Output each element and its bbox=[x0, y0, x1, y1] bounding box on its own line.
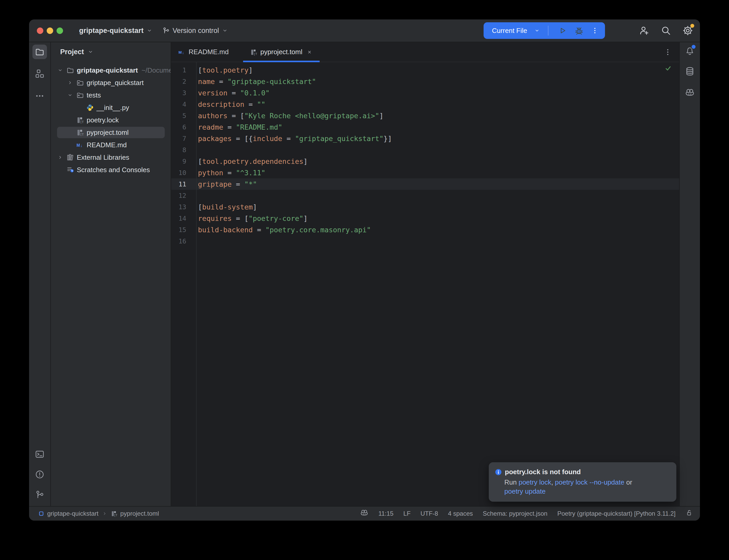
code-line-1[interactable]: 1[tool.poetry] bbox=[171, 64, 679, 76]
status-utf-8[interactable]: UTF-8 bbox=[421, 510, 438, 517]
tree-item-griptape-quickstart[interactable]: griptape_quickstart bbox=[51, 76, 171, 89]
code-editor[interactable]: 1[tool.poetry]2name = "griptape-quicksta… bbox=[171, 62, 679, 506]
link-poetry-update[interactable]: poetry update bbox=[504, 487, 546, 495]
code-line-6[interactable]: 6readme = "README.md" bbox=[171, 121, 679, 133]
tree-item-readme-md[interactable]: M↓README.md bbox=[51, 139, 171, 151]
zoom-window-button[interactable] bbox=[57, 27, 63, 34]
svg-text:M: M bbox=[76, 143, 80, 148]
code-line-3[interactable]: 3version = "0.1.0" bbox=[171, 87, 679, 99]
tree-item-pyproject-toml[interactable]: [T]pyproject.toml bbox=[51, 126, 171, 139]
tree-item-griptape-quickstart[interactable]: griptape-quickstart~/Docume bbox=[51, 64, 171, 76]
inspections-ok-icon[interactable] bbox=[664, 64, 672, 72]
vcs-selector[interactable]: Version control bbox=[162, 27, 228, 35]
status-poetry-griptape-quickstart-python-3-11-2[interactable]: Poetry (griptape-quickstart) [Python 3.1… bbox=[557, 510, 676, 517]
tab-readme-md[interactable]: M↓README.md bbox=[171, 42, 236, 62]
database-tool-button[interactable] bbox=[683, 64, 697, 79]
more-actions-icon[interactable] bbox=[591, 27, 599, 34]
svg-text:[T]: [T] bbox=[114, 514, 117, 517]
notification-balloon[interactable]: poetry.lock is not found Run poetry lock… bbox=[489, 462, 676, 502]
search-button[interactable] bbox=[661, 25, 671, 36]
debug-icon[interactable] bbox=[574, 26, 584, 35]
code-line-14[interactable]: 14requires = ["poetry-core"] bbox=[171, 213, 679, 224]
breadcrumb-label: pyproject.toml bbox=[120, 510, 159, 517]
ai-assistant-tool-button[interactable] bbox=[683, 85, 697, 100]
tree-item-path: ~/Docume bbox=[142, 66, 171, 74]
terminal-tool-button[interactable] bbox=[32, 447, 47, 461]
notifications-bell-tool-button[interactable] bbox=[683, 44, 697, 58]
code-line-2[interactable]: 2name = "griptape-quickstart" bbox=[171, 76, 679, 87]
code-text: python = "^3.11" bbox=[196, 169, 265, 177]
run-icon[interactable] bbox=[558, 26, 567, 35]
close-window-button[interactable] bbox=[37, 27, 43, 34]
breadcrumb-label: griptape-quickstart bbox=[47, 510, 98, 517]
run-configuration-widget[interactable]: Current File bbox=[484, 22, 605, 39]
breadcrumb-griptape-quickstart[interactable]: griptape-quickstart bbox=[38, 510, 98, 517]
code-line-7[interactable]: 7packages = [{include = "griptape_quicks… bbox=[171, 133, 679, 144]
line-number: 11 bbox=[171, 180, 196, 188]
editor-options-icon[interactable] bbox=[664, 48, 672, 56]
link-poetry-lock-no-update[interactable]: poetry lock --no-update bbox=[555, 478, 624, 486]
project-selector[interactable]: griptape-quickstart bbox=[79, 27, 153, 35]
link-poetry-lock[interactable]: poetry lock bbox=[519, 478, 551, 486]
minimize-window-button[interactable] bbox=[47, 27, 53, 34]
tree-item-label: poetry.lock bbox=[87, 116, 119, 124]
unlock-status-icon[interactable] bbox=[685, 509, 693, 518]
breadcrumb-pyproject-toml[interactable]: [T]pyproject.toml bbox=[111, 510, 159, 517]
tree-item-external-libraries[interactable]: External Libraries bbox=[51, 151, 171, 164]
status-4-spaces[interactable]: 4 spaces bbox=[448, 510, 473, 517]
code-line-10[interactable]: 10python = "^3.11" bbox=[171, 167, 679, 178]
badge-dot bbox=[690, 24, 694, 28]
code-line-11[interactable]: 11griptape = "*" bbox=[171, 178, 679, 190]
problems-icon bbox=[35, 470, 45, 479]
code-line-12[interactable]: 12 bbox=[171, 190, 679, 201]
code-line-15[interactable]: 15build-backend = "poetry.core.masonry.a… bbox=[171, 224, 679, 235]
chevron-down-icon[interactable] bbox=[57, 67, 66, 73]
chevron-down-icon[interactable] bbox=[534, 27, 540, 34]
status-schema-pyproject-json[interactable]: Schema: pyproject.json bbox=[483, 510, 547, 517]
button-divider bbox=[548, 26, 549, 36]
close-icon[interactable] bbox=[306, 49, 312, 55]
ai-assistant-status-icon[interactable] bbox=[360, 509, 369, 519]
line-number: 5 bbox=[171, 112, 196, 120]
code-text: readme = "README.md" bbox=[196, 123, 282, 131]
markdown-icon: M↓ bbox=[76, 141, 84, 149]
version-control-icon bbox=[35, 490, 45, 500]
status-11-15[interactable]: 11:15 bbox=[378, 510, 393, 517]
add-user-button[interactable] bbox=[639, 25, 650, 36]
chevron-right-icon[interactable] bbox=[57, 154, 66, 160]
project-panel: Project griptape-quickstart~/Documegript… bbox=[51, 42, 171, 506]
status-lf[interactable]: LF bbox=[404, 510, 411, 517]
structure-tool-button[interactable] bbox=[32, 66, 47, 81]
markdown-icon: M↓ bbox=[178, 48, 185, 56]
search-icon bbox=[661, 25, 671, 36]
chevron-right-icon[interactable] bbox=[67, 80, 76, 86]
line-number: 15 bbox=[171, 226, 196, 234]
structure-icon bbox=[35, 69, 45, 79]
line-number: 2 bbox=[171, 78, 196, 85]
code-line-4[interactable]: 4description = "" bbox=[171, 99, 679, 110]
title-bar: griptape-quickstart Version control Curr… bbox=[29, 19, 700, 42]
code-line-5[interactable]: 5authors = ["Kyle Roche <hello@griptape.… bbox=[171, 110, 679, 121]
window-controls bbox=[37, 27, 63, 34]
tree-item-scratches-and-consoles[interactable]: Scratches and Consoles bbox=[51, 164, 171, 176]
tree-item-tests[interactable]: tests bbox=[51, 89, 171, 101]
folder-pkg-icon bbox=[76, 79, 84, 87]
code-line-13[interactable]: 13[build-system] bbox=[171, 201, 679, 213]
problems-tool-button[interactable] bbox=[32, 467, 47, 482]
settings-button[interactable] bbox=[682, 25, 693, 36]
version-control-tool-button[interactable] bbox=[32, 487, 47, 502]
tab-pyproject-toml[interactable]: [T]pyproject.toml bbox=[243, 42, 320, 62]
project-folder-tool-button[interactable] bbox=[32, 45, 47, 59]
tree-item-poetry-lock[interactable]: [T]poetry.lock bbox=[51, 114, 171, 126]
code-line-8[interactable]: 8 bbox=[171, 144, 679, 156]
code-line-16[interactable]: 16 bbox=[171, 235, 679, 247]
project-panel-header[interactable]: Project bbox=[51, 42, 171, 61]
project-folder-icon bbox=[35, 47, 45, 57]
editor-area: M↓README.md[T]pyproject.toml 1[tool.poet… bbox=[171, 42, 679, 506]
code-line-9[interactable]: 9[tool.poetry.dependencies] bbox=[171, 156, 679, 167]
more-tool-button[interactable] bbox=[32, 89, 47, 103]
chevron-down-icon[interactable] bbox=[67, 92, 76, 98]
tree-item-init-py[interactable]: __init__.py bbox=[51, 101, 171, 114]
tab-label: README.md bbox=[189, 48, 229, 56]
ide-window: griptape-quickstart Version control Curr… bbox=[29, 19, 700, 521]
